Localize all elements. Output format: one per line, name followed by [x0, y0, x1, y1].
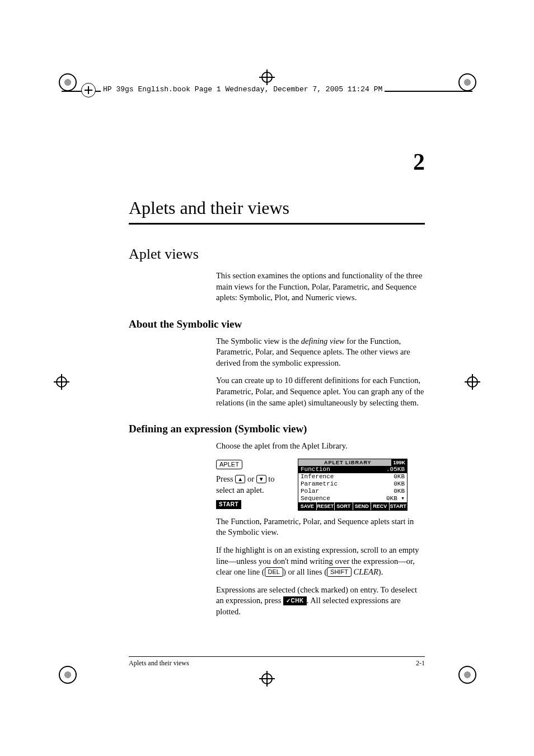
intro-paragraph: This section examines the options and fu… — [216, 270, 425, 304]
calc-row: Function.05KB — [298, 466, 407, 473]
heading-defining-expression: Defining an expression (Symbolic view) — [129, 423, 425, 435]
chapter-title: Aplets and their views — [129, 198, 425, 218]
def-p2: The Function, Parametric, Polar, and Seq… — [216, 516, 425, 538]
calc-row: Sequence0KB ▾ — [298, 495, 407, 502]
symbolic-p2: You can create up to 10 different defini… — [216, 375, 425, 408]
calc-row: Inference0KB — [298, 473, 407, 480]
del-key-icon: DEL — [265, 567, 283, 577]
calc-softkey: RECV — [371, 502, 390, 510]
footer-title: Aplets and their views — [129, 659, 189, 668]
calc-softkey: SORT — [335, 502, 353, 510]
calc-softkey: RESET — [317, 502, 335, 510]
header-meta: HP 39gs English.book Page 1 Wednesday, D… — [101, 85, 385, 94]
crosshair-icon — [255, 666, 279, 691]
registration-mark-icon — [56, 71, 78, 93]
def-p4: Expressions are selected (check marked) … — [216, 585, 425, 618]
up-arrow-key-icon: ▲ — [235, 475, 245, 483]
symbolic-p1: The Symbolic view is the defining view f… — [216, 336, 425, 369]
aplet-key-icon: APLET — [216, 460, 242, 469]
shift-key-icon: SHIFT — [327, 567, 352, 577]
calc-softkey: START — [390, 502, 407, 510]
registration-mark-icon — [456, 663, 478, 685]
title-rule — [129, 223, 425, 225]
calc-softkey: SEND — [353, 502, 372, 510]
book-icon — [81, 83, 96, 97]
calc-softkey: SAVE — [298, 502, 317, 510]
def-p1: Choose the aplet from the Aplet Library. — [216, 441, 425, 452]
calc-row: Parametric0KB — [298, 480, 407, 488]
heading-symbolic-view: About the Symbolic view — [129, 318, 425, 330]
chapter-number: 2 — [129, 148, 425, 175]
instruction-left-col: APLET Press ▲ or ▼ to select an aplet. S… — [216, 459, 288, 511]
crosshair-icon — [460, 370, 485, 394]
calc-title: APLET LIBRARY — [304, 459, 391, 466]
def-p3: If the highlight is on an existing expre… — [216, 545, 425, 578]
calculator-screen: APLET LIBRARY 199K Function.05KBInferenc… — [298, 459, 407, 511]
down-arrow-key-icon: ▼ — [256, 475, 266, 483]
registration-mark-icon — [456, 71, 478, 93]
start-softkey-icon: START — [216, 500, 241, 509]
calc-softkey-menu: SAVERESETSORTSENDRECVSTART — [298, 502, 407, 510]
heading-aplet-views: Aplet views — [129, 246, 425, 263]
calc-row: Polar0KB — [298, 488, 407, 495]
crosshair-icon — [49, 370, 74, 394]
calc-memory: 199K — [391, 459, 407, 466]
page-number: 2-1 — [416, 659, 425, 668]
chk-softkey-icon: ✓CHK — [283, 596, 307, 605]
registration-mark-icon — [56, 663, 78, 685]
